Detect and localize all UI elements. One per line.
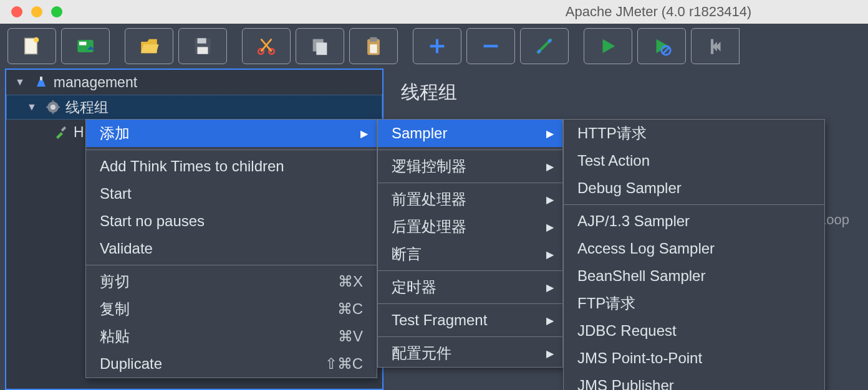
svg-rect-5 (198, 38, 206, 44)
cut-button[interactable] (242, 28, 291, 64)
context-menu-3: HTTP请求 Test Action Debug Sampler AJP/1.3… (563, 119, 825, 390)
submenu-arrow-icon: ▶ (546, 348, 554, 359)
menu-fragment[interactable]: Test Fragment▶ (378, 307, 562, 334)
gear-icon (44, 98, 62, 116)
menu-label: 粘贴 (100, 326, 130, 346)
menu-label: 配置元件 (392, 343, 451, 363)
traffic-lights (11, 6, 62, 17)
menu-beanshell[interactable]: BeanShell Sampler (564, 262, 824, 290)
paste-button[interactable] (349, 28, 398, 64)
menu-separator (378, 183, 562, 183)
svg-point-15 (548, 39, 552, 43)
menu-access-log[interactable]: Access Log Sampler (564, 235, 824, 262)
menu-label: Start no pauses (100, 212, 205, 230)
svg-rect-23 (61, 126, 66, 131)
menu-http[interactable]: HTTP请求 (564, 120, 824, 147)
expand-button[interactable] (413, 28, 461, 64)
svg-rect-19 (52, 100, 54, 102)
save-file-button[interactable] (178, 28, 227, 64)
start-no-pauses-button[interactable] (637, 28, 686, 64)
menu-timer[interactable]: 定时器▶ (378, 273, 562, 301)
menu-separator (378, 303, 562, 304)
open-template-button[interactable] (61, 28, 110, 64)
toolbar (0, 24, 868, 69)
copy-button[interactable] (296, 28, 344, 64)
svg-rect-6 (198, 47, 208, 54)
menu-add[interactable]: 添加 ▶ (86, 120, 377, 147)
tree-sampler-label: H (74, 124, 84, 141)
menu-logic[interactable]: 逻辑控制器▶ (378, 153, 562, 180)
svg-rect-12 (370, 37, 377, 42)
svg-rect-13 (370, 44, 377, 53)
menu-label: 前置处理器 (392, 189, 466, 209)
menu-label: 定时器 (392, 277, 436, 297)
expand-arrow-icon[interactable]: ▼ (27, 102, 37, 113)
submenu-arrow-icon: ▶ (546, 221, 554, 233)
toggle-button[interactable] (520, 28, 569, 64)
menu-config[interactable]: 配置元件▶ (378, 340, 562, 367)
submenu-arrow-icon: ▶ (546, 315, 554, 326)
shortcut-label: ⌘C (337, 300, 363, 318)
menu-label: HTTP请求 (577, 123, 647, 143)
submenu-arrow-icon: ▶ (546, 128, 554, 140)
start-button[interactable] (584, 28, 632, 64)
stop-button[interactable] (691, 28, 740, 64)
menu-validate[interactable]: Validate (86, 235, 377, 262)
menu-cut[interactable]: 剪切⌘X (86, 268, 377, 295)
shortcut-label: ⇧⌘C (325, 355, 363, 373)
menu-assert[interactable]: 断言▶ (378, 240, 562, 268)
svg-point-1 (34, 37, 39, 43)
menu-test-action[interactable]: Test Action (564, 147, 824, 174)
menu-copy[interactable]: 复制⌘C (86, 295, 377, 323)
window-close-button[interactable] (11, 6, 22, 17)
menu-jms-ptp[interactable]: JMS Point-to-Point (564, 345, 824, 372)
tree-root-label: management (54, 74, 137, 91)
window-minimize-button[interactable] (31, 6, 42, 17)
open-file-button[interactable] (125, 28, 173, 64)
menu-duplicate[interactable]: Duplicate⇧⌘C (86, 350, 377, 378)
submenu-arrow-icon: ▶ (360, 128, 368, 140)
menu-label: AJP/1.3 Sampler (577, 212, 690, 230)
menu-debug[interactable]: Debug Sampler (564, 174, 824, 202)
collapse-button[interactable] (466, 28, 515, 64)
menu-label: Test Fragment (392, 312, 487, 329)
menu-label: Test Action (577, 152, 650, 169)
menu-add-think[interactable]: Add Think Times to children (86, 153, 377, 180)
expand-arrow-icon[interactable]: ▼ (15, 77, 25, 88)
window-maximize-button[interactable] (51, 6, 62, 17)
menu-separator (564, 204, 824, 205)
shortcut-label: ⌘V (338, 328, 363, 345)
menu-ajp[interactable]: AJP/1.3 Sampler (564, 207, 824, 235)
menu-label: Add Think Times to children (100, 158, 284, 175)
pipette-icon (52, 123, 70, 141)
menu-label: Duplicate (100, 355, 162, 373)
menu-start[interactable]: Start (86, 180, 377, 207)
menu-label: JMS Point-to-Point (577, 350, 702, 367)
tree-thread-group-row[interactable]: ▼ 线程组 (6, 95, 382, 120)
svg-rect-3 (79, 42, 86, 45)
menu-separator (86, 265, 377, 265)
menu-paste[interactable]: 粘贴⌘V (86, 323, 377, 350)
submenu-arrow-icon: ▶ (546, 194, 554, 206)
shortcut-label: ⌘X (338, 273, 363, 290)
new-file-button[interactable] (7, 28, 56, 64)
menu-jdbc[interactable]: JDBC Request (564, 317, 824, 345)
window-titlebar: Apache JMeter (4.0 r1823414) (0, 0, 868, 24)
menu-ftp[interactable]: FTP请求 (564, 290, 824, 317)
menu-sampler[interactable]: Sampler▶ (378, 120, 562, 147)
panel-title: 线程组 (401, 80, 851, 105)
svg-point-14 (538, 50, 541, 54)
menu-jms-pub[interactable]: JMS Publisher (564, 372, 824, 390)
svg-rect-20 (52, 112, 54, 114)
menu-post[interactable]: 后置处理器▶ (378, 213, 562, 240)
menu-start-np[interactable]: Start no pauses (86, 207, 377, 235)
menu-label: 剪切 (100, 272, 130, 292)
test-plan-icon (32, 74, 50, 91)
menu-label: 逻辑控制器 (392, 156, 466, 176)
menu-label: Start (100, 185, 132, 202)
menu-pre[interactable]: 前置处理器▶ (378, 186, 562, 213)
menu-label: Access Log Sampler (577, 240, 715, 257)
menu-label: FTP请求 (577, 293, 635, 313)
menu-label: Sampler (392, 125, 447, 142)
tree-root-row[interactable]: ▼ management (6, 70, 382, 95)
